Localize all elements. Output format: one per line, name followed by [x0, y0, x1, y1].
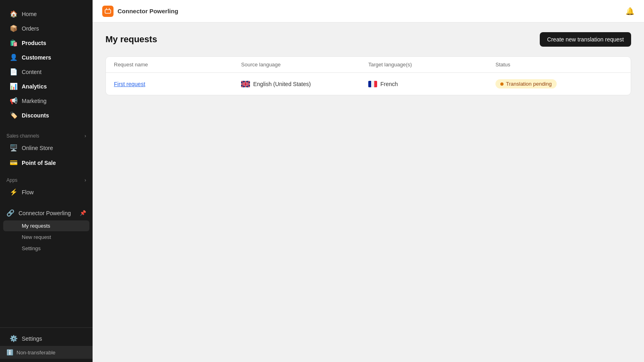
sidebar-sub-settings[interactable]: Settings [3, 243, 89, 254]
topbar-actions: 🔔 [625, 7, 634, 16]
orders-icon: 📦 [10, 25, 18, 32]
sidebar-item-online-store[interactable]: 🖥️ Online Store [3, 141, 89, 155]
status-cell: Translation pending [495, 79, 623, 88]
sidebar-item-customers[interactable]: 👤 Customers [3, 50, 89, 64]
point-of-sale-icon: 💳 [10, 159, 18, 167]
sidebar-item-analytics[interactable]: 📊 Analytics [3, 79, 89, 93]
sidebar-sub-new-request[interactable]: New request [3, 232, 89, 243]
online-store-icon: 🖥️ [10, 144, 18, 152]
target-language-cell: French [368, 81, 495, 87]
sidebar-item-orders[interactable]: 📦 Orders [3, 21, 89, 35]
first-request-link[interactable]: First request [114, 81, 145, 87]
home-icon: 🏠 [10, 10, 18, 18]
customers-icon: 👤 [10, 53, 18, 61]
status-badge: Translation pending [495, 79, 557, 88]
sidebar-item-discounts[interactable]: 🏷️ Discounts [3, 108, 89, 122]
sidebar-item-marketing[interactable]: 📢 Marketing [3, 94, 89, 108]
sidebar-item-home[interactable]: 🏠 Home [3, 7, 89, 21]
connector-powerling-logo [102, 6, 114, 17]
request-name-cell: First request [114, 81, 241, 87]
topbar: Connector Powerling 🔔 [93, 0, 644, 23]
marketing-icon: 📢 [10, 97, 18, 105]
pin-icon: 📌 [80, 210, 86, 216]
svg-rect-2 [368, 81, 371, 87]
sidebar-item-flow[interactable]: ⚡ Flow [3, 185, 89, 199]
main-area: Connector Powerling 🔔 My requests Create… [93, 0, 644, 362]
discounts-icon: 🏷️ [10, 111, 18, 119]
col-request-name: Request name [114, 62, 241, 68]
table-row: First request English (United States) [106, 73, 631, 95]
create-translation-button[interactable]: Create new translation request [540, 32, 631, 47]
requests-table: Request name Source language Target lang… [105, 56, 631, 95]
topbar-title: Connector Powerling [102, 6, 178, 17]
non-transferable-banner: ℹ️ Non-transferable [0, 346, 93, 359]
settings-icon: ⚙️ [10, 335, 18, 342]
sidebar-sub-my-requests[interactable]: My requests [3, 220, 89, 231]
apps-section: Apps › [0, 173, 93, 185]
content-icon: 📄 [10, 68, 18, 76]
svg-rect-3 [371, 81, 374, 87]
content-area: My requests Create new translation reque… [93, 23, 644, 362]
sidebar-item-products[interactable]: 🛍️ Products [3, 36, 89, 50]
col-target-language: Target language(s) [368, 62, 495, 68]
connector-powerling-item[interactable]: 🔗 Connector Powerling 📌 [0, 206, 93, 220]
sales-channels-chevron[interactable]: › [85, 133, 86, 139]
svg-rect-0 [105, 10, 111, 13]
status-dot [500, 82, 504, 86]
source-language-cell: English (United States) [241, 81, 368, 87]
analytics-icon: 📊 [10, 82, 18, 90]
sidebar: 🏠 Home 📦 Orders 🛍️ Products 👤 Customers … [0, 0, 93, 362]
sidebar-item-point-of-sale[interactable]: 💳 Point of Sale [3, 156, 89, 170]
bell-icon[interactable]: 🔔 [625, 7, 634, 16]
page-header: My requests Create new translation reque… [105, 32, 631, 47]
flow-icon: ⚡ [10, 188, 18, 196]
svg-rect-4 [374, 81, 377, 87]
sidebar-item-content[interactable]: 📄 Content [3, 65, 89, 79]
col-source-language: Source language [241, 62, 368, 68]
col-status: Status [495, 62, 623, 68]
french-flag [368, 81, 377, 87]
uk-flag [241, 81, 250, 87]
products-icon: 🛍️ [10, 39, 18, 47]
sidebar-item-settings[interactable]: ⚙️ Settings [3, 331, 89, 346]
page-title: My requests [105, 34, 157, 45]
info-icon: ℹ️ [6, 349, 13, 356]
table-header: Request name Source language Target lang… [106, 57, 631, 73]
apps-chevron[interactable]: › [85, 177, 86, 183]
connector-icon: 🔗 [6, 209, 14, 217]
sales-channels-section: Sales channels › [0, 129, 93, 140]
